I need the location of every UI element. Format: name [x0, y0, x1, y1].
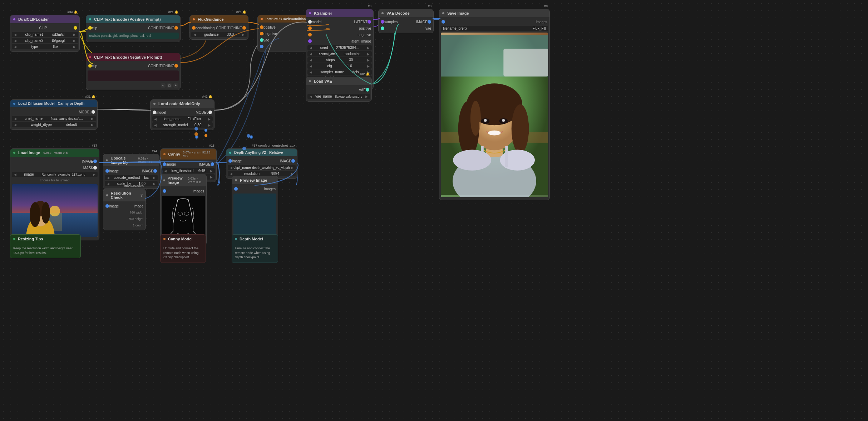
mask-output[interactable] — [93, 166, 97, 170]
conditioning-output-port[interactable] — [174, 26, 178, 30]
output-row: CLIP — [10, 25, 79, 31]
clip-input-port[interactable] — [88, 26, 92, 30]
node-body: image image 760 width 760 height 1 count — [103, 201, 146, 230]
node-header[interactable]: DualCLIPLoader #34 🔔 — [10, 15, 79, 23]
conditioning-output[interactable] — [242, 26, 246, 30]
field-type: ◀ type flux ▶ — [12, 44, 78, 49]
node-header[interactable]: Resolution Check ? #46 KJNodes — [103, 189, 146, 201]
dtype-field: ◀ weight_dtype default ▶ — [12, 122, 96, 127]
filename-field: filename_prefix Flux_Fill — [441, 26, 548, 31]
vae-input[interactable] — [260, 38, 263, 42]
node-header[interactable]: Save Image #9 — [439, 9, 549, 17]
clip-negative-node: CLIP Text Encode (Negative Prompt) clip … — [86, 53, 181, 90]
vae-input[interactable] — [381, 26, 384, 30]
note-content: Unmute and connect the remote node when … — [232, 243, 278, 263]
svg-point-14 — [502, 119, 505, 122]
image-input[interactable] — [105, 204, 109, 208]
node-title: Preview Image — [240, 178, 267, 182]
canny-model-note: Canny Model Unmute and connect the remot… — [160, 234, 206, 263]
neg-btn3[interactable]: + — [173, 83, 178, 88]
upload-text[interactable]: choose file to upload — [10, 178, 99, 183]
image-output[interactable] — [153, 169, 157, 173]
images-input[interactable] — [442, 20, 445, 24]
vae-decode-node: VAE Decode #8 samples IMAGE vae — [378, 9, 434, 33]
node-header[interactable]: CLIP Text Encode (Negative Prompt) — [86, 53, 180, 61]
node-title: Load Diffusion Model - Canny or Depth — [18, 102, 84, 106]
positive-prompt-text[interactable]: realistic portrait, girl, smiling, photo… — [89, 34, 177, 38]
neg-btn2[interactable]: □ — [167, 83, 172, 88]
connection-dot — [204, 129, 207, 132]
conditioning-input[interactable] — [192, 26, 196, 30]
svg-point-28 — [41, 202, 50, 224]
node-body: conditioning CONDITIONING ◀ guidance 30.… — [190, 23, 248, 39]
conditioning-output-port[interactable] — [174, 64, 178, 68]
latent-input[interactable] — [308, 39, 312, 43]
model-output[interactable] — [208, 111, 212, 114]
node-body: model MODEL ◀ lora_name FluxFlux ▶ ◀ str… — [151, 108, 214, 130]
vae-output[interactable] — [366, 88, 369, 92]
node-header[interactable]: CLIP Text Encode (Positive Prompt) #21 🔔 — [86, 15, 180, 23]
pixels-input[interactable] — [260, 45, 263, 48]
image-input[interactable] — [163, 162, 166, 166]
clip-input-port[interactable] — [88, 64, 92, 68]
svg-rect-2 — [503, 49, 548, 77]
positive-input[interactable] — [308, 26, 312, 30]
node-header[interactable]: Load VAE #32 🔔 — [306, 77, 371, 85]
node-body: clip CONDITIONING realistic portrait, gi… — [86, 23, 180, 42]
image-output[interactable] — [428, 20, 431, 24]
image-input[interactable] — [228, 159, 232, 163]
note-title: Depth Model — [240, 237, 263, 241]
cfg-field: ◀ cfg 1.0 ▶ — [307, 63, 372, 69]
resizing-tips-note: Resizing Tips Keep the resolution width … — [10, 234, 81, 258]
note-content: Keep the resolution width and height nea… — [10, 243, 80, 258]
ckpt-field: ◀ ckpt_name depth_anything_v2_vit.pth ▶ — [228, 165, 296, 170]
image-field: ◀ image Runcomfy_example_1171.png ▶ — [12, 172, 98, 177]
save-image-node: Save Image #9 images filename_prefix Flu… — [439, 9, 550, 200]
node-header[interactable]: Preview Image #19 0.03s - vram 0 B — [161, 174, 206, 186]
image-output[interactable] — [291, 159, 295, 163]
node-title: Preview Image — [168, 176, 185, 185]
node-header[interactable]: VAE Decode #8 — [379, 9, 433, 17]
samples-input[interactable] — [381, 20, 384, 24]
neg-btn1[interactable]: ○ — [161, 83, 166, 88]
node-header[interactable]: FluxGuidance #26 🔔 — [190, 15, 248, 23]
model-input[interactable] — [153, 111, 156, 114]
node-header[interactable]: Upscale Image By #44 0.02s - vram 0 B — [103, 154, 159, 166]
dual-clip-loader-node: DualCLIPLoader #34 🔔 CLIP ◀ clip_name1 s… — [10, 15, 80, 52]
node-title: CLIP Text Encode (Negative Prompt) — [94, 55, 162, 59]
connection-dot — [250, 135, 253, 139]
note-title: Canny Model — [168, 237, 192, 241]
negative-input[interactable] — [308, 33, 312, 36]
depth-model-note: Depth Model Unmute and connect the remot… — [232, 234, 278, 263]
image-output[interactable] — [93, 160, 97, 163]
lora-loader-node: LoraLoaderModelOnly #42 🔔 model MODEL ◀ … — [150, 99, 214, 130]
latent-output[interactable] — [368, 20, 371, 24]
node-header[interactable]: LoraLoaderModelOnly #42 🔔 — [151, 100, 214, 108]
positive-input[interactable] — [260, 25, 263, 29]
field-clip1: ◀ clip_name1 sd3m/cl ▶ — [12, 32, 78, 37]
node-header[interactable]: KSampler #3 — [306, 9, 373, 17]
node-body: samples IMAGE vae — [379, 17, 433, 33]
image-input[interactable] — [105, 169, 109, 173]
node-body: IMAGE MASK ◀ image Runcomfy_example_1171… — [10, 157, 99, 240]
node-title: InstructPixToPixConditioning — [266, 17, 311, 21]
node-title: Depth Anything V2 - Relative — [234, 151, 283, 155]
node-header[interactable]: Depth Anything V2 - Relative #37 comfyui… — [226, 149, 297, 156]
node-title: CLIP Text Encode (Positive Prompt) — [94, 17, 161, 21]
images-input[interactable] — [163, 189, 166, 193]
node-header[interactable]: Load Diffusion Model - Canny or Depth #3… — [10, 100, 97, 107]
image-output[interactable] — [211, 162, 214, 166]
node-title: Load Image — [18, 151, 40, 155]
node-header[interactable]: Preview Image #38 — [232, 176, 278, 184]
model-output[interactable] — [92, 110, 95, 114]
unet-field: ◀ unet_name flux1-canny-dev.safe... ▶ — [12, 116, 96, 121]
model-input[interactable] — [308, 20, 312, 24]
load-vae-node: Load VAE #32 🔔 VAE ◀ vae_name flux/ae.sa… — [306, 77, 372, 102]
images-input[interactable] — [234, 187, 238, 191]
node-header[interactable]: Load Image #17 0.05s - vram 0 B — [10, 149, 99, 157]
node-header[interactable]: Canny #18 3.07s - vram 92.25 MB — [161, 149, 216, 160]
negative-input[interactable] — [260, 32, 263, 35]
load-image-node: Load Image #17 0.05s - vram 0 B IMAGE MA… — [10, 148, 99, 240]
node-title: Load VAE — [314, 79, 332, 83]
clip-output-port[interactable] — [74, 26, 77, 30]
